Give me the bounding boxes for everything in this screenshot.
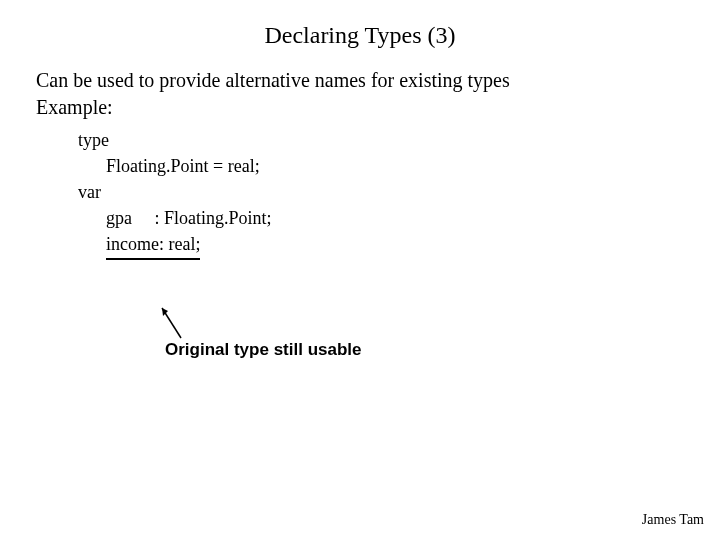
footer-author: James Tam <box>642 512 704 528</box>
code-block: type Floating.Point = real; var gpa : Fl… <box>78 127 720 260</box>
underlined-income: income: real; <box>106 231 200 260</box>
code-line-income: income: real; <box>78 231 720 260</box>
slide-title: Declaring Types (3) <box>0 0 720 67</box>
slide: Declaring Types (3) Can be used to provi… <box>0 0 720 540</box>
arrow-icon <box>153 302 193 342</box>
code-line-gpa: gpa : Floating.Point; <box>78 205 720 231</box>
svg-line-0 <box>162 308 181 338</box>
code-line-type: type <box>78 127 720 153</box>
annotation-label: Original type still usable <box>165 340 362 360</box>
body-line-1: Can be used to provide alternative names… <box>36 67 690 94</box>
code-line-var: var <box>78 179 720 205</box>
code-line-alias: Floating.Point = real; <box>78 153 720 179</box>
body-text: Can be used to provide alternative names… <box>36 67 690 121</box>
svg-marker-1 <box>162 308 168 316</box>
body-line-2: Example: <box>36 94 690 121</box>
